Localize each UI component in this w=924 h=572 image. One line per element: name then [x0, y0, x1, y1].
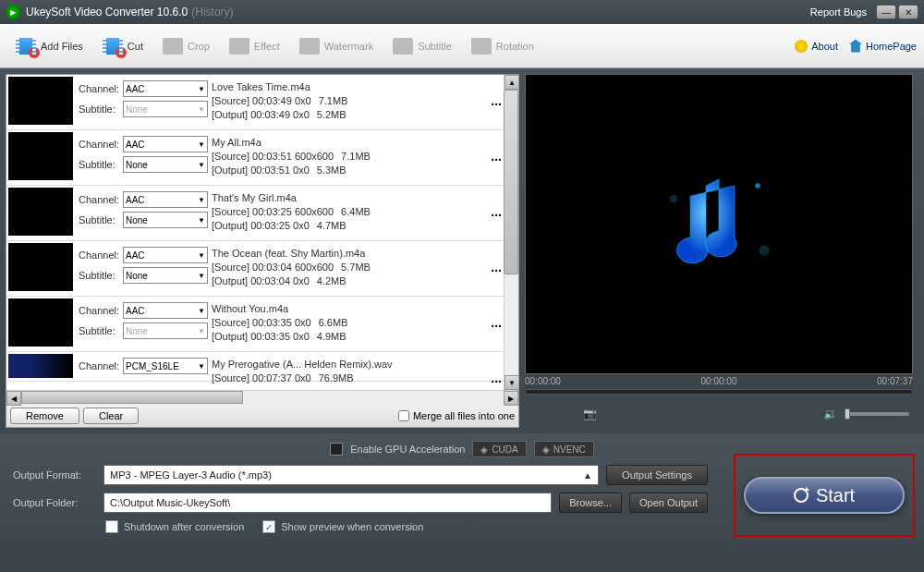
preview-checkbox[interactable]: ✓: [262, 520, 275, 533]
subtitle-select[interactable]: None▼: [123, 212, 208, 228]
hscroll-left-button[interactable]: ◀: [6, 391, 21, 406]
time-current: 00:00:00: [701, 376, 737, 387]
watermark-button[interactable]: Watermark: [291, 31, 381, 61]
scroll-down-button[interactable]: ▼: [505, 375, 518, 390]
snapshot-dropdown[interactable]: ▼: [606, 405, 625, 423]
file-item[interactable]: Channel:AAC▼ Subtitle:None▼ The Ocean (f…: [6, 241, 518, 297]
cuda-badge: ◈ CUDA: [472, 441, 526, 457]
subtitle-select[interactable]: None▼: [123, 323, 208, 339]
app-subtitle: (History): [191, 6, 233, 18]
source-info: [Source] 00:03:04 600x600: [212, 261, 334, 274]
merge-checkbox[interactable]: [398, 410, 409, 421]
file-name: Love Takes Time.m4a: [212, 80, 491, 94]
subtitle-label: Subtitle: [418, 41, 452, 52]
subtitle-select[interactable]: None▼: [123, 101, 208, 117]
channel-label: Channel:: [79, 249, 121, 261]
volume-icon[interactable]: 🔉: [821, 405, 839, 423]
source-info: [Source] 00:03:51 600x600: [212, 150, 334, 164]
more-menu[interactable]: ...: [491, 243, 502, 294]
gpu-checkbox[interactable]: [330, 443, 343, 456]
remove-button[interactable]: Remove: [10, 408, 79, 424]
music-note-icon: [654, 160, 784, 289]
seek-slider[interactable]: [525, 389, 913, 395]
subtitle-button[interactable]: Subtitle: [384, 31, 459, 61]
rotation-button[interactable]: Rotation: [463, 31, 541, 61]
homepage-link[interactable]: HomePage: [849, 40, 917, 53]
source-size: 7.1MB: [319, 94, 348, 108]
output-size: 4.2MB: [317, 274, 346, 288]
output-folder-field[interactable]: C:\Output Music-UkeySoft\: [103, 493, 552, 513]
channel-label: Channel:: [79, 360, 121, 371]
watermark-label: Watermark: [324, 41, 373, 52]
scroll-up-button[interactable]: ▲: [505, 75, 518, 90]
add-files-icon: +: [15, 35, 37, 57]
hscroll-thumb[interactable]: [21, 391, 243, 404]
output-format-select[interactable]: MP3 - MPEG Layer-3 Audio (*.mp3)▲: [103, 465, 599, 485]
effect-button[interactable]: Effect: [221, 31, 287, 61]
nvenc-badge: ◈ NVENC: [534, 441, 594, 457]
source-size: 6.4MB: [341, 205, 371, 219]
svg-point-3: [755, 183, 760, 189]
add-files-button[interactable]: + Add Files: [7, 31, 91, 61]
file-list-panel: ▲ ▼ Channel:AAC▼ Subtitle:None▼ Love Tak…: [6, 74, 519, 428]
channel-select[interactable]: AAC▼: [123, 136, 208, 152]
footer: Enable GPU Acceleration ◈ CUDA ◈ NVENC O…: [0, 433, 924, 566]
home-icon: [849, 40, 862, 53]
file-item[interactable]: Channel:AAC▼ Subtitle:None▼ Without You.…: [6, 297, 518, 352]
shutdown-checkbox[interactable]: [105, 520, 118, 533]
add-files-label: Add Files: [41, 41, 83, 52]
file-name: The Ocean (feat. Shy Martin).m4a: [212, 247, 491, 261]
horizontal-scrollbar[interactable]: ◀ ▶: [6, 390, 518, 405]
volume-slider[interactable]: [845, 412, 909, 416]
stop-button[interactable]: ■: [554, 405, 573, 423]
subtitle-label: Subtitle:: [79, 325, 121, 336]
subtitle-icon: [392, 35, 414, 57]
channel-select[interactable]: PCM_S16LE▼: [123, 358, 208, 374]
play-button[interactable]: ▶: [529, 405, 547, 423]
output-size: 4.9MB: [317, 330, 346, 344]
more-menu[interactable]: ...: [491, 298, 502, 349]
more-menu[interactable]: ...: [491, 77, 502, 128]
subtitle-select[interactable]: None▼: [123, 156, 208, 173]
crop-button[interactable]: Crop: [154, 31, 217, 61]
channel-select[interactable]: AAC▼: [123, 302, 208, 319]
hscroll-right-button[interactable]: ▶: [504, 391, 518, 406]
output-info: [Output] 00:03:51 0x0: [212, 164, 310, 177]
start-highlight: Start: [734, 454, 915, 537]
cut-button[interactable]: Cut: [94, 31, 151, 61]
snapshot-button[interactable]: 📷: [580, 405, 599, 423]
file-item[interactable]: Channel:AAC▼ Subtitle:None▼ Love Takes T…: [6, 75, 518, 130]
minimize-button[interactable]: —: [876, 5, 896, 19]
subtitle-select[interactable]: None▼: [123, 267, 208, 284]
source-size: 6.6MB: [319, 316, 348, 330]
file-name: My All.m4a: [212, 136, 491, 150]
output-folder-label: Output Folder:: [13, 497, 96, 508]
channel-label: Channel:: [79, 194, 121, 205]
file-name: That's My Girl.m4a: [212, 191, 491, 205]
vertical-scrollbar[interactable]: ▲ ▼: [504, 75, 518, 390]
source-info: [Source] 00:07:37 0x0: [212, 371, 311, 385]
output-size: 5.3MB: [317, 164, 346, 177]
scroll-thumb[interactable]: [504, 90, 518, 274]
clear-button[interactable]: Clear: [83, 408, 139, 424]
file-item[interactable]: Channel:AAC▼ Subtitle:None▼ My All.m4a […: [6, 130, 518, 186]
subtitle-label: Subtitle:: [79, 270, 121, 281]
channel-select[interactable]: AAC▼: [123, 191, 208, 208]
channel-select[interactable]: AAC▼: [123, 80, 208, 97]
merge-label: Merge all files into one: [413, 410, 515, 421]
report-bugs-link[interactable]: Report Bugs: [810, 6, 867, 18]
about-link[interactable]: About: [795, 40, 838, 53]
more-menu[interactable]: ...: [491, 354, 502, 379]
start-button[interactable]: Start: [744, 477, 905, 514]
file-item[interactable]: Channel:AAC▼ Subtitle:None▼ That's My Gi…: [6, 186, 518, 241]
close-button[interactable]: ✕: [898, 5, 918, 19]
output-settings-button[interactable]: Output Settings: [606, 465, 708, 485]
more-menu[interactable]: ...: [491, 188, 502, 238]
browse-button[interactable]: Browse...: [559, 493, 622, 513]
channel-select[interactable]: AAC▼: [123, 247, 208, 263]
open-output-button[interactable]: Open Output: [629, 493, 708, 513]
more-menu[interactable]: ...: [491, 132, 502, 183]
file-item[interactable]: Channel:PCM_S16LE▼ My Prerogative (A... …: [6, 352, 518, 382]
output-info: [Output] 00:03:25 0x0: [212, 219, 310, 233]
source-size: 76.9MB: [319, 371, 354, 385]
